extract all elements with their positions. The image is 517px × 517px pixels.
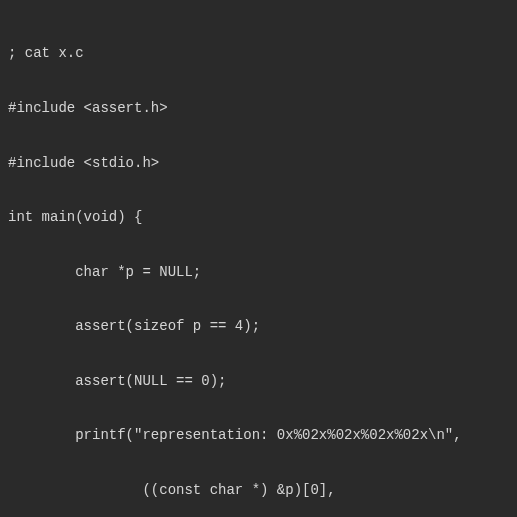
terminal-output[interactable]: ; cat x.c #include <assert.h> #include <… <box>8 8 509 517</box>
terminal-line: #include <stdio.h> <box>8 154 509 172</box>
terminal-line: char *p = NULL; <box>8 263 509 281</box>
terminal-line: ((const char *) &p)[0], <box>8 481 509 499</box>
terminal-line: assert(NULL == 0); <box>8 372 509 390</box>
terminal-line: #include <assert.h> <box>8 99 509 117</box>
terminal-line: assert(sizeof p == 4); <box>8 317 509 335</box>
terminal-line: ; cat x.c <box>8 44 509 62</box>
terminal-line: printf("representation: 0x%02x%02x%02x%0… <box>8 426 509 444</box>
terminal-line: int main(void) { <box>8 208 509 226</box>
